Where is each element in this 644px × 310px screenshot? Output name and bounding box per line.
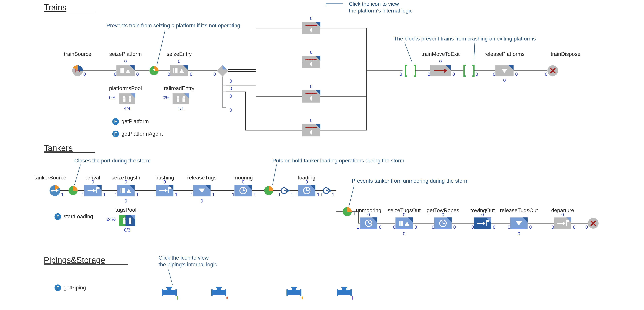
svg-text:0: 0	[403, 212, 405, 217]
svg-text:tugsPool: tugsPool	[116, 207, 136, 213]
svg-text:0%: 0%	[163, 95, 169, 100]
svg-text:0: 0	[200, 199, 203, 204]
svg-text:0: 0	[190, 72, 192, 77]
func-get-platform[interactable]	[112, 118, 119, 125]
svg-line-79	[157, 30, 165, 65]
svg-text:the piping's internal logic: the piping's internal logic	[158, 261, 217, 267]
label-move-exit: trainMoveToExit	[421, 51, 460, 57]
svg-text:0: 0	[310, 118, 312, 123]
platforms-pool-block[interactable]	[119, 93, 136, 104]
svg-text:0: 0	[114, 72, 116, 77]
func-start-loading[interactable]	[54, 213, 61, 220]
piping-3[interactable]	[286, 287, 303, 300]
gate-unmoor[interactable]	[343, 207, 352, 216]
towing-out-block[interactable]	[474, 217, 491, 229]
svg-text:0: 0	[493, 225, 496, 230]
label-railroad-entry: railroadEntry	[164, 85, 194, 91]
svg-text:0: 0	[508, 225, 510, 230]
pushing-block[interactable]	[156, 185, 174, 197]
railroad-entry-block[interactable]	[172, 93, 189, 104]
release-tugs-block[interactable]	[193, 185, 210, 197]
svg-text:0: 0	[230, 94, 232, 99]
svg-point-207	[123, 217, 126, 220]
label-platforms-pool: platformsPool	[109, 85, 142, 91]
pipings-section: Pipings&Storage Click the icon to view t…	[44, 255, 353, 300]
svg-text:1: 1	[175, 192, 178, 197]
platform-2[interactable]	[302, 56, 320, 68]
svg-text:1: 1	[82, 192, 84, 197]
note-closes-port: Closes the port during the storm	[74, 158, 150, 164]
svg-text:1: 1	[278, 192, 281, 197]
svg-line-124	[349, 185, 354, 207]
svg-text:0: 0	[428, 72, 430, 77]
note-puts-on-hold: Puts on hold tanker loading operations d…	[272, 158, 404, 164]
loading-block[interactable]	[298, 185, 316, 197]
platform-1[interactable]	[302, 22, 320, 34]
arrival-block[interactable]	[84, 185, 102, 197]
svg-text:1: 1	[317, 192, 320, 197]
svg-text:1: 1	[232, 192, 234, 197]
svg-text:0: 0	[403, 231, 405, 236]
seize-tugs-out-block[interactable]	[396, 217, 413, 229]
restricted-start[interactable]	[405, 65, 415, 76]
note-platform-2: the platform's internal logic	[349, 8, 412, 14]
piping-2[interactable]	[211, 287, 228, 300]
svg-rect-210	[129, 220, 131, 224]
svg-text:4/4: 4/4	[124, 106, 130, 111]
func-get-piping[interactable]	[54, 284, 61, 291]
svg-text:0: 0	[310, 16, 312, 21]
svg-text:0: 0	[400, 72, 402, 77]
svg-text:getPiping: getPiping	[64, 284, 86, 291]
departure-block[interactable]	[554, 217, 572, 229]
svg-text:0: 0	[168, 72, 170, 77]
piping-1[interactable]	[162, 287, 178, 300]
tanker-source-block[interactable]	[50, 185, 60, 196]
svg-text:0: 0	[503, 78, 506, 83]
svg-text:0: 0	[452, 72, 455, 77]
svg-text:1: 1	[332, 192, 334, 197]
svg-text:1: 1	[61, 192, 64, 197]
train-move-to-exit-block[interactable]	[430, 65, 451, 76]
label-seize-platform: seizePlatform	[109, 51, 142, 57]
gate-platform-operating[interactable]	[150, 66, 158, 75]
hold-loading-end[interactable]	[323, 188, 332, 194]
section-title-trains: Trains	[44, 3, 66, 12]
release-platforms-block[interactable]	[496, 65, 514, 76]
gate-arrival[interactable]	[68, 186, 78, 195]
svg-text:1/1: 1/1	[178, 106, 184, 111]
seize-platform-block[interactable]	[116, 65, 134, 76]
svg-text:1: 1	[320, 192, 323, 197]
svg-line-81	[474, 43, 475, 62]
svg-text:1: 1	[254, 192, 256, 197]
svg-text:0: 0	[310, 84, 312, 89]
svg-text:Click the icon to view: Click the icon to view	[158, 255, 209, 261]
seize-entry-block[interactable]	[170, 65, 188, 76]
svg-text:1: 1	[136, 192, 139, 197]
tanker-dispose[interactable]	[588, 218, 599, 229]
seize-tugs-in-block[interactable]	[117, 185, 134, 197]
release-tugs-out-block[interactable]	[510, 217, 528, 229]
svg-line-122	[74, 165, 80, 185]
label-train-dispose: trainDispose	[551, 51, 580, 57]
gate-loading[interactable]	[264, 186, 273, 195]
svg-text:0: 0	[432, 225, 434, 230]
get-tow-ropes-block[interactable]	[434, 217, 452, 229]
restricted-end[interactable]	[464, 65, 474, 76]
tugs-pool-block[interactable]	[119, 215, 136, 226]
unmooring-block[interactable]	[360, 217, 378, 229]
svg-text:1: 1	[115, 192, 117, 197]
platform-4[interactable]	[302, 124, 320, 136]
platform-3[interactable]	[302, 90, 320, 103]
train-dispose-block[interactable]	[547, 65, 558, 76]
svg-text:24%: 24%	[106, 217, 116, 222]
piping-4[interactable]	[337, 287, 353, 300]
hold-loading-start[interactable]	[281, 188, 290, 194]
mooring-block[interactable]	[234, 185, 252, 197]
svg-text:0: 0	[393, 225, 396, 230]
svg-text:1: 1	[296, 192, 298, 197]
svg-text:getPlatformAgent: getPlatformAgent	[122, 131, 163, 137]
func-get-platform-agent[interactable]	[112, 131, 119, 137]
select-output[interactable]	[217, 65, 228, 77]
svg-text:releaseTugsOut: releaseTugsOut	[500, 207, 538, 213]
train-source-block[interactable]	[72, 65, 83, 76]
